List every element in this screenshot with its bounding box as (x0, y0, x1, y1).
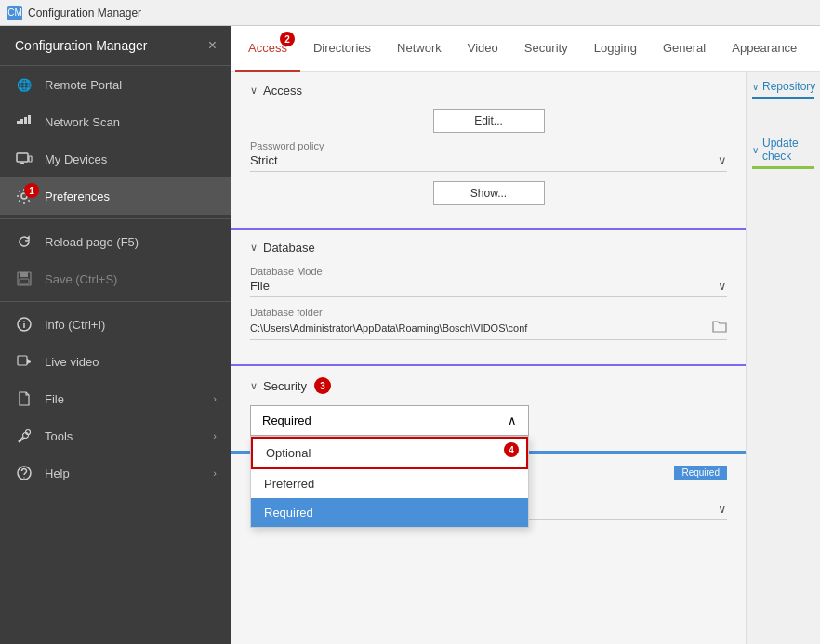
tab-directories[interactable]: Directories (300, 26, 384, 72)
sidebar-item-my-devices[interactable]: My Devices (0, 140, 231, 177)
reload-icon (15, 232, 33, 251)
security-option-required-label: Required (264, 506, 313, 519)
password-policy-arrow-icon: ∨ (718, 153, 727, 167)
access-tab-badge: 2 (280, 32, 295, 46)
content-area: Access 2 Directories Network Video Secur… (231, 26, 820, 644)
sidebar-item-label: My Devices (45, 152, 217, 166)
main-container: Configuration Manager × 🌐 Remote Portal … (0, 26, 820, 644)
preferences-badge: 1 (24, 183, 39, 198)
sidebar-item-label: Reload page (F5) (45, 235, 217, 249)
sidebar-item-tools[interactable]: Tools › (0, 417, 231, 454)
info-icon (15, 315, 33, 334)
sidebar-item-live-video[interactable]: Live video (0, 343, 231, 380)
repository-title[interactable]: ∨ Repository (752, 80, 814, 93)
show-button[interactable]: Show... (433, 181, 545, 205)
update-check-bar (752, 166, 814, 169)
tab-general[interactable]: General (650, 26, 719, 72)
database-mode-dropdown[interactable]: File ∨ (250, 279, 727, 297)
svg-rect-10 (20, 279, 29, 284)
security-section-header: ∨ Security 3 (250, 377, 727, 394)
sidebar-item-label: Live video (45, 355, 217, 369)
sidebar-divider-1 (0, 218, 231, 219)
sidebar-divider-2 (0, 301, 231, 302)
svg-rect-0 (17, 121, 20, 124)
password-policy-label: Password policy (250, 140, 727, 151)
show-buttons-row: Show... (250, 181, 727, 205)
update-check-toggle-icon: ∨ (752, 145, 759, 155)
database-toggle-icon[interactable]: ∨ (250, 242, 258, 254)
tab-appearance-label: Appearance (732, 41, 797, 55)
tab-bar: Access 2 Directories Network Video Secur… (231, 26, 820, 72)
tab-security[interactable]: Security (511, 26, 581, 72)
file-icon (15, 389, 33, 408)
security-option-optional[interactable]: Optional 4 (251, 437, 528, 469)
security-section-title: Security (263, 379, 307, 393)
save-icon (15, 269, 33, 288)
sidebar-close-button[interactable]: × (208, 37, 217, 54)
svg-rect-6 (29, 156, 32, 162)
password-policy-dropdown[interactable]: Strict ∨ (250, 153, 727, 172)
svg-marker-15 (27, 359, 31, 364)
database-mode-row: Database Mode File ∨ (250, 266, 727, 297)
optional-badge: 4 (504, 442, 519, 457)
right-panel: ∨ Repository ∨ Update check (746, 72, 820, 644)
title-bar: CM Configuration Manager (0, 0, 820, 26)
access-toggle-icon[interactable]: ∨ (250, 85, 258, 97)
database-mode-label: Database Mode (250, 266, 727, 277)
repository-section: ∨ Repository (752, 80, 814, 99)
access-buttons-row: Edit... (250, 109, 727, 133)
help-arrow-icon: › (213, 467, 217, 479)
remote-portal-icon: 🌐 (15, 75, 33, 94)
security-dropdown-container: Required ∧ Optional 4 Preferred (250, 405, 727, 436)
tab-network-label: Network (397, 41, 442, 55)
sidebar-item-save[interactable]: Save (Ctrl+S) (0, 260, 231, 297)
password-policy-row: Password policy Strict ∨ (250, 140, 727, 172)
security-dropdown-selected: Required (262, 414, 311, 427)
sidebar-item-preferences[interactable]: Preferences 1 (0, 177, 231, 215)
security-option-preferred[interactable]: Preferred (251, 469, 528, 498)
tab-video[interactable]: Video (455, 26, 511, 72)
folder-icon[interactable] (712, 320, 727, 335)
svg-point-13 (23, 321, 25, 322)
security-dropdown-trigger[interactable]: Required ∧ (250, 405, 529, 436)
main-panel: ∨ Access Edit... Password policy Strict … (231, 72, 746, 644)
sidebar-item-file[interactable]: File › (0, 380, 231, 417)
sidebar-item-info[interactable]: Info (Ctrl+I) (0, 306, 231, 343)
tab-security-label: Security (524, 41, 568, 55)
access-section: ∨ Access Edit... Password policy Strict … (231, 72, 746, 230)
sidebar-title: Configuration Manager (15, 38, 147, 53)
security-dropdown-menu: Optional 4 Preferred Required (250, 436, 529, 528)
update-check-title[interactable]: ∨ Update check (752, 137, 814, 163)
repository-bar (752, 97, 814, 99)
repository-label: Repository (762, 80, 815, 93)
sidebar-item-label: Remote Portal (45, 78, 217, 92)
tools-icon (15, 427, 33, 445)
svg-rect-5 (20, 163, 24, 164)
live-video-icon (15, 352, 33, 371)
edit-button[interactable]: Edit... (433, 109, 545, 133)
security-option-required[interactable]: Required (251, 498, 528, 527)
svg-rect-4 (17, 153, 28, 162)
tab-access[interactable]: Access 2 (235, 26, 300, 72)
svg-rect-3 (28, 115, 31, 124)
tab-logging[interactable]: Logging (581, 26, 650, 72)
security-toggle-icon[interactable]: ∨ (250, 380, 258, 392)
sidebar-item-reload[interactable]: Reload page (F5) (0, 223, 231, 260)
my-devices-icon (15, 150, 33, 168)
environment-required-badge: Required (674, 466, 727, 480)
sidebar-item-remote-portal[interactable]: 🌐 Remote Portal (0, 66, 231, 103)
sidebar-item-network-scan[interactable]: Network Scan (0, 103, 231, 140)
scroll-content: ∨ Access Edit... Password policy Strict … (231, 72, 820, 644)
sidebar-item-label: Info (Ctrl+I) (45, 318, 217, 332)
tab-directories-label: Directories (313, 41, 371, 55)
sidebar-item-label: File (45, 392, 213, 406)
tab-logging-label: Logging (594, 41, 637, 55)
sidebar-item-help[interactable]: Help › (0, 454, 231, 492)
tab-network[interactable]: Network (384, 26, 455, 72)
security-option-optional-label: Optional (266, 446, 311, 460)
tab-appearance[interactable]: Appearance (719, 26, 810, 72)
sidebar: Configuration Manager × 🌐 Remote Portal … (0, 26, 231, 644)
tab-general-label: General (663, 41, 706, 55)
repository-toggle-icon: ∨ (752, 82, 759, 92)
security-dropdown-arrow: ∧ (508, 414, 517, 427)
